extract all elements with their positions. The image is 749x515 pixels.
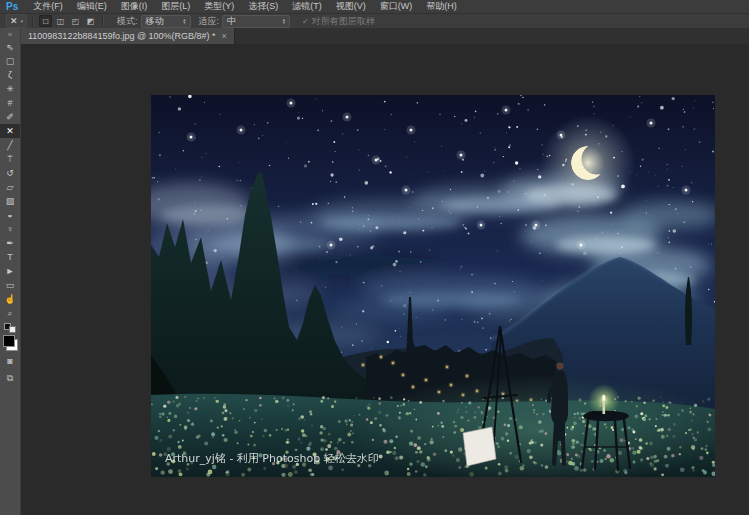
select-arrows-icon: ▴▾ — [283, 18, 285, 24]
divider — [102, 16, 104, 26]
document-tab[interactable]: 1100983122b884159fo.jpg @ 100%(RGB/8#) *… — [21, 28, 235, 44]
adaptation-select[interactable]: 中 ▴▾ — [222, 15, 290, 28]
document-canvas[interactable]: Arthur_yj铭 - 利用 Photoshop 轻松去水印 — [151, 95, 715, 477]
gradient-tool[interactable]: ▧ — [0, 194, 20, 208]
menu-bar: Ps 文件(F) 编辑(E) 图像(I) 图层(L) 类型(Y) 选择(S) 滤… — [0, 0, 749, 14]
hand-tool[interactable]: ☝ — [0, 292, 20, 306]
type-tool[interactable]: T — [0, 250, 20, 264]
brush-tool[interactable]: ╱ — [0, 138, 20, 152]
mode-label: 模式: — [117, 15, 138, 28]
menu-file[interactable]: 文件(F) — [26, 0, 70, 13]
dodge-tool[interactable]: ♀ — [0, 222, 20, 236]
add-to-selection-button[interactable]: ◫ — [54, 15, 67, 27]
document-tab-bar: 1100983122b884159fo.jpg @ 100%(RGB/8#) *… — [21, 28, 749, 44]
rectangle-tool[interactable]: ▭ — [0, 278, 20, 292]
tool-preset-picker[interactable]: ✕ ▾ — [6, 14, 27, 28]
subtract-from-selection-button[interactable]: ◰ — [69, 15, 82, 27]
color-swatches[interactable] — [3, 335, 18, 351]
move-tool[interactable]: ⇖ — [0, 40, 20, 54]
pen-tool[interactable]: ✒ — [0, 236, 20, 250]
chevron-down-icon: ▾ — [21, 18, 24, 24]
eraser-tool[interactable]: ▱ — [0, 180, 20, 194]
menu-layer[interactable]: 图层(L) — [154, 0, 197, 13]
tools-panel: » ⇖ ▢ ζ ✳ # ✐ ✕ ╱ ⍑ ↺ ▱ ▧ ◒ ♀ ✒ T ► ▭ ☝ … — [0, 28, 21, 515]
rectangular-marquee-tool[interactable]: ▢ — [0, 54, 20, 68]
select-arrows-icon: ▴▾ — [183, 18, 185, 24]
path-selection-tool[interactable]: ► — [0, 264, 20, 278]
canvas-workspace: Arthur_yj铭 - 利用 Photoshop 轻松去水印 — [21, 44, 749, 515]
menu-select[interactable]: 选择(S) — [241, 0, 285, 13]
sample-all-layers-label: 对所有图层取样 — [312, 15, 375, 28]
collapse-panel-icon[interactable]: » — [0, 28, 20, 40]
foreground-color-swatch[interactable] — [3, 335, 15, 347]
quick-selection-tool[interactable]: ✳ — [0, 82, 20, 96]
mode-value: 移动 — [146, 15, 164, 28]
menu-edit[interactable]: 编辑(E) — [70, 0, 114, 13]
crescent-moon — [540, 115, 636, 211]
history-brush-tool[interactable]: ↺ — [0, 166, 20, 180]
menu-view[interactable]: 视图(V) — [329, 0, 373, 13]
blank-canvas — [463, 427, 496, 466]
selection-combine-group: □ ◫ ◰ ◩ — [39, 15, 97, 27]
menu-type[interactable]: 类型(Y) — [197, 0, 241, 13]
menu-filter[interactable]: 滤镜(T) — [285, 0, 329, 13]
intersect-selection-button[interactable]: ◩ — [84, 15, 97, 27]
divider — [32, 16, 34, 26]
close-icon[interactable]: × — [222, 31, 227, 41]
blur-tool[interactable]: ◒ — [0, 208, 20, 222]
eyedropper-tool[interactable]: ✐ — [0, 110, 20, 124]
screen-mode-button[interactable]: ⧉ — [0, 371, 20, 385]
photoshop-logo: Ps — [6, 1, 18, 12]
lasso-tool[interactable]: ζ — [0, 68, 20, 82]
checkmark-icon: ✓ — [302, 17, 309, 26]
quick-mask-mode-button[interactable]: ◙ — [0, 354, 20, 368]
watermark-text: Arthur_yj铭 - 利用 Photoshop 轻松去水印 — [165, 452, 379, 465]
swap-colors-icon[interactable] — [0, 322, 20, 332]
sample-all-layers-checkbox[interactable]: ✓ 对所有图层取样 — [302, 15, 375, 28]
document-tab-title: 1100983122b884159fo.jpg @ 100%(RGB/8#) * — [28, 31, 216, 41]
crop-tool[interactable]: # — [0, 96, 20, 110]
mode-select[interactable]: 移动 ▴▾ — [141, 15, 191, 28]
adaptation-value: 中 — [227, 15, 236, 28]
menu-help[interactable]: 帮助(H) — [419, 0, 464, 13]
content-aware-move-tool[interactable]: ✕ — [0, 124, 20, 138]
tool-options-bar: ✕ ▾ □ ◫ ◰ ◩ 模式: 移动 ▴▾ 适应: 中 ▴▾ ✓ 对所有图层取样 — [0, 14, 749, 29]
starry-night-painting: Arthur_yj铭 - 利用 Photoshop 轻松去水印 — [151, 95, 715, 477]
clone-stamp-tool[interactable]: ⍑ — [0, 152, 20, 166]
content-aware-move-tool-icon: ✕ — [10, 17, 18, 26]
menu-window[interactable]: 窗口(W) — [373, 0, 420, 13]
zoom-tool[interactable]: ⌕ — [0, 306, 20, 320]
menu-image[interactable]: 图像(I) — [114, 0, 155, 13]
adaptation-label: 适应: — [199, 15, 220, 28]
new-selection-button[interactable]: □ — [39, 15, 52, 27]
